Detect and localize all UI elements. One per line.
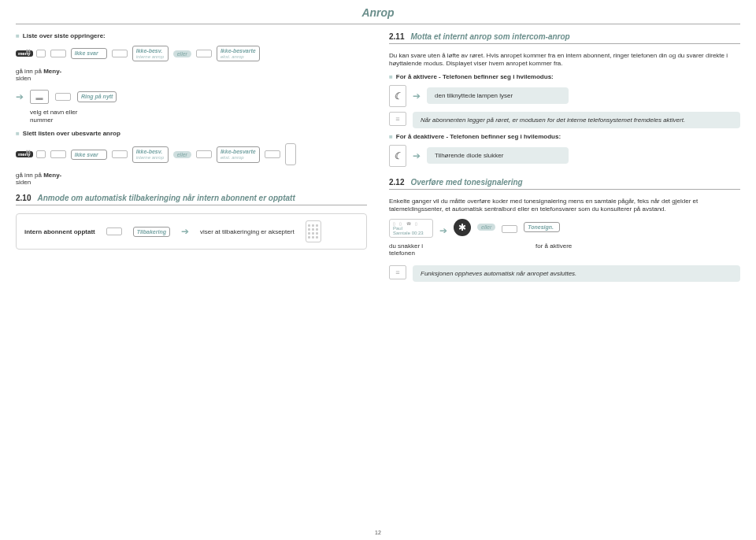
display-ring-again: Ring på nytt [77,91,117,102]
screen-icon: ▮▮ [36,150,46,158]
softkey-icon [112,50,128,57]
left-column: ■ Liste over siste oppringere: meny ▮▮ I… [16,32,367,287]
divider [16,205,367,205]
bullet-icon: ■ [16,32,20,39]
handset-icon [285,143,296,165]
menu-row-2: meny ▮▮ Ikke svar Ikke-besv. interne anr… [16,143,367,165]
arrow-icon: ➔ [439,225,447,236]
arrow-icon: ➔ [16,91,24,102]
goto-menyside-1: gå inn på Meny-siden [16,68,367,82]
divider [16,24,740,24]
display-no-answer: Ikke svar [71,48,107,59]
page-title: Anrop [16,6,740,19]
divider [389,43,740,44]
list-label: Liste over siste oppringere: [23,32,106,39]
softkey-icon [196,50,212,57]
star-button-icon: ✱ [454,219,471,236]
viser-label: viser at tilbakeringing er akseptert [200,228,295,235]
softkey-icon [50,50,66,57]
para-2-12: Enkelte ganger vil du måtte overføre kod… [389,198,740,214]
section-2-10-num: 2.10 [16,194,31,202]
section-2-10-title: Anmode om automatisk tilbakeringing når … [37,194,295,202]
display-unansw-ext: Ikke-besvarte ekst. anrop [217,46,260,61]
screen-icon: ▮▮ [36,50,46,57]
bullet-icon: ■ [389,73,393,80]
activate-label: For å aktivere - Telefonen befinner seg … [396,73,554,80]
softkey-icon [265,150,280,158]
led-icon: ☾ [389,145,406,167]
right-column: 2.11 Motta et internt anrop som intercom… [389,32,740,287]
softkey-icon [50,150,66,158]
menu-row-1: meny ▮▮ Ikke svar Ikke-besv. interne anr… [16,46,367,61]
note-icon: ≡ [389,112,406,126]
lamp-on-note: den tilknyttede lampen lyser [427,87,569,104]
slett-label: Slett listen over ubesvarte anrop [23,130,120,137]
softkey-icon [196,150,212,158]
note-icon: ≡ [389,265,406,279]
lamp-off-note: Tilhørende diode slukker [427,147,569,164]
section-2-11-title: Motta et internt anrop som intercom-anro… [410,32,569,41]
select-name-label: velg et navn ellernummer [30,109,367,124]
softkey-icon [106,227,122,235]
display-tilbakering: Tilbakering [133,227,170,238]
arrow-icon: ➔ [413,150,421,161]
callback-box: intern abonnent opptatt Tilbakering ➔ vi… [16,213,367,250]
display-tonesign: Tonesign. [524,222,560,233]
display-unansw-int-2: Ikke-besv. interne anrop [132,146,169,162]
divider [389,189,740,190]
softkey-icon [112,150,128,158]
softkey-icon [55,93,71,101]
deactivate-label: For å deaktivere - Telefonen befinner se… [396,133,561,140]
section-2-11-num: 2.11 [389,32,404,41]
bullet-icon: ■ [16,130,20,137]
for-aktivere-caption: for å aktivere [536,242,572,257]
bullet-icon: ■ [389,133,393,140]
phone-display: ▯ ▯ ☎ ▯ Paul Samtale 00:23 [389,219,433,238]
display-no-answer-2: Ikke svar [71,150,107,161]
softkey-icon [502,225,517,233]
goto-menyside-2: gå inn på Meny-siden [16,172,367,186]
page-number: 12 [375,530,381,535]
led-icon: ☾ [389,85,406,107]
display-unansw-int: Ikke-besv. interne anrop [132,46,169,61]
display-unansw-ext-2: Ikke-besvarte ekst. anrop [217,146,260,162]
section-2-12-title: Overføre med tonesignalering [410,178,522,187]
arrow-icon: ➔ [181,226,189,237]
snakker-caption: du snakker i telefonen [389,242,433,257]
section-2-12-num: 2.12 [389,178,404,187]
arrow-icon: ➔ [413,91,421,102]
or-chip: eller [173,50,191,57]
intern-opptatt-label: intern abonnent opptatt [24,228,95,235]
screen-softkey-icon: ▬ [30,90,49,104]
note-oppheves: Funksjonen oppheves automatisk når anrop… [413,265,740,282]
or-chip: eller [477,224,495,231]
or-chip: eller [173,151,191,158]
para-2-11: Du kan svare uten å løfte av røret. Hvis… [389,52,740,68]
keypad-icon [306,220,321,242]
note-fremdeles: Når abonnenten legger på røret, er modus… [413,112,740,128]
